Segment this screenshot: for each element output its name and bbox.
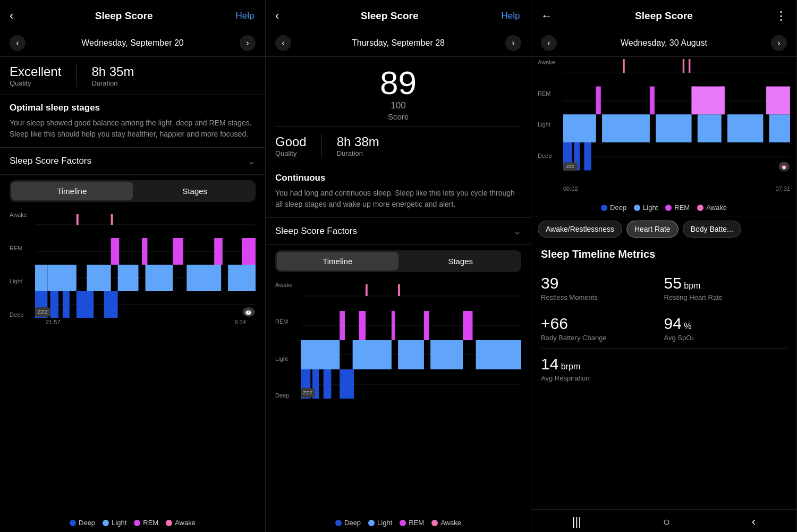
y-label-rem-3: REM xyxy=(538,90,562,97)
metric-spo2: 94 % Avg SpO₂ xyxy=(664,315,787,342)
duration-label-1: Duration xyxy=(91,79,134,87)
legend-deep-3: Deep xyxy=(601,204,626,212)
time-start-3: 00:02 xyxy=(563,185,578,192)
nav-home-icon[interactable]: ||| xyxy=(572,515,581,529)
section-title-1: Optimal sleep stages xyxy=(10,103,256,113)
stages-btn-2[interactable]: Stages xyxy=(400,250,522,272)
stages-btn-1[interactable]: Stages xyxy=(134,180,256,202)
nav-circle-icon[interactable]: ○ xyxy=(663,515,670,529)
light-label-1: Light xyxy=(112,519,126,527)
date-nav-3: ‹ Wednesday, 30 August › xyxy=(531,30,796,57)
y-label-awake-1: Awake xyxy=(10,212,34,218)
svg-rect-18 xyxy=(173,238,183,265)
header-3: ← Sleep Score ⋮ xyxy=(531,0,796,30)
svg-rect-20 xyxy=(242,238,256,265)
y-label-light-3: Light xyxy=(538,121,562,128)
sleep-chart-svg-3: zzz ⏰ xyxy=(563,59,790,172)
stats-row-1: Excellent Quality 8h 35m Duration xyxy=(0,57,265,95)
metric-respiration: 14 brpm Avg Respiration xyxy=(541,355,787,382)
tab-awake-restlessness[interactable]: Awake/Restlessness xyxy=(538,221,622,238)
quality-stat-2: Good Quality xyxy=(275,134,307,157)
svg-rect-10 xyxy=(47,265,76,291)
svg-rect-5 xyxy=(50,291,59,318)
nav-back-icon[interactable]: ‹ xyxy=(752,515,756,529)
page-title-1: Sleep Score xyxy=(13,10,234,22)
metric-restless: 39 Restless Moments xyxy=(541,274,664,301)
chevron-down-icon-1: ⌄ xyxy=(248,155,256,167)
metric-battery: +66 Body Battery Change xyxy=(541,315,664,342)
metric-row-2: +66 Body Battery Change 94 % Avg SpO₂ xyxy=(541,308,787,349)
heart-rate-label: Resting Heart Rate xyxy=(664,293,787,301)
metrics-section-3: Sleep Timeline Metrics 39 Restless Momen… xyxy=(531,242,796,395)
svg-rect-6 xyxy=(63,291,70,318)
help-button-1[interactable]: Help xyxy=(234,9,256,23)
svg-rect-61 xyxy=(769,114,790,142)
light-dot-1 xyxy=(103,520,109,526)
quality-stat-1: Excellent Quality xyxy=(10,64,61,87)
y-label-deep-3: Deep xyxy=(538,153,562,159)
rem-label-3: REM xyxy=(674,204,690,212)
quality-value-1: Excellent xyxy=(10,64,61,79)
svg-rect-21 xyxy=(77,214,79,225)
more-button-3[interactable]: ⋮ xyxy=(775,9,787,23)
back-button-3[interactable]: ← xyxy=(541,9,553,23)
svg-rect-68 xyxy=(623,59,624,73)
awake-dot-2 xyxy=(431,520,438,526)
svg-rect-63 xyxy=(650,87,655,115)
deep-dot-3 xyxy=(601,205,607,211)
page-title-2: Sleep Score xyxy=(279,10,500,22)
sleep-chart-area-1: Awake REM Light Deep xyxy=(0,207,265,516)
svg-text:zzz: zzz xyxy=(38,309,48,314)
svg-rect-58 xyxy=(656,114,691,142)
back-button-2[interactable]: ‹ xyxy=(275,9,279,23)
next-date-3[interactable]: › xyxy=(771,35,787,51)
svg-rect-67 xyxy=(766,87,790,115)
svg-rect-8 xyxy=(104,291,118,318)
factors-label-2: Sleep Score Factors xyxy=(275,226,357,237)
metrics-title-3: Sleep Timeline Metrics xyxy=(541,248,787,260)
timeline-btn-2[interactable]: Timeline xyxy=(277,252,398,271)
svg-rect-19 xyxy=(214,238,223,265)
tab-heart-rate[interactable]: Heart Rate xyxy=(626,221,679,238)
stat-divider-2 xyxy=(321,134,322,157)
date-label-3: Wednesday, 30 August xyxy=(562,38,766,48)
legend-1: Deep Light REM Awake xyxy=(0,516,265,532)
battery-label: Body Battery Change xyxy=(541,334,664,342)
duration-stat-2: 8h 38m Duration xyxy=(337,134,379,157)
awake-dot-3 xyxy=(697,205,703,211)
timeline-btn-1[interactable]: Timeline xyxy=(11,182,133,200)
header-2: ‹ Sleep Score Help xyxy=(266,0,531,30)
panel-1: ‹ Sleep Score Help ‹ Wednesday, Septembe… xyxy=(0,0,266,532)
prev-date-2[interactable]: ‹ xyxy=(275,35,291,51)
y-label-rem-2: REM xyxy=(275,318,300,325)
svg-rect-44 xyxy=(463,311,472,340)
stats-row-2: Good Quality 8h 38m Duration xyxy=(266,127,531,165)
legend-awake-2: Awake xyxy=(431,519,461,527)
y-label-rem-1: REM xyxy=(10,245,34,251)
panel-3: ← Sleep Score ⋮ ‹ Wednesday, 30 August ›… xyxy=(531,0,797,532)
prev-date-1[interactable]: ‹ xyxy=(10,35,26,51)
prev-date-3[interactable]: ‹ xyxy=(541,35,557,51)
light-dot-3 xyxy=(634,205,640,211)
help-button-2[interactable]: Help xyxy=(500,9,521,23)
light-dot-2 xyxy=(368,520,375,526)
date-nav-1: ‹ Wednesday, September 20 › xyxy=(0,30,265,57)
svg-rect-55 xyxy=(584,142,591,171)
factors-row-1[interactable]: Sleep Score Factors ⌄ xyxy=(0,148,265,175)
page-title-3: Sleep Score xyxy=(553,10,775,22)
factors-row-2[interactable]: Sleep Score Factors ⌄ xyxy=(266,218,531,245)
score-area-2: 89 100 Score xyxy=(266,57,531,126)
svg-rect-41 xyxy=(359,311,366,340)
svg-text:zzz: zzz xyxy=(566,164,574,169)
rem-dot-2 xyxy=(400,520,406,526)
next-date-2[interactable]: › xyxy=(505,35,521,51)
svg-rect-7 xyxy=(77,291,94,318)
svg-rect-45 xyxy=(366,284,368,296)
svg-rect-17 xyxy=(142,238,147,265)
next-date-1[interactable]: › xyxy=(240,35,256,51)
deep-label-3: Deep xyxy=(610,204,626,212)
tab-body-battery[interactable]: Body Batte... xyxy=(683,221,741,238)
factors-label-1: Sleep Score Factors xyxy=(10,156,91,166)
back-button-1[interactable]: ‹ xyxy=(10,9,13,23)
time-end-1: 6:34 xyxy=(235,319,246,325)
